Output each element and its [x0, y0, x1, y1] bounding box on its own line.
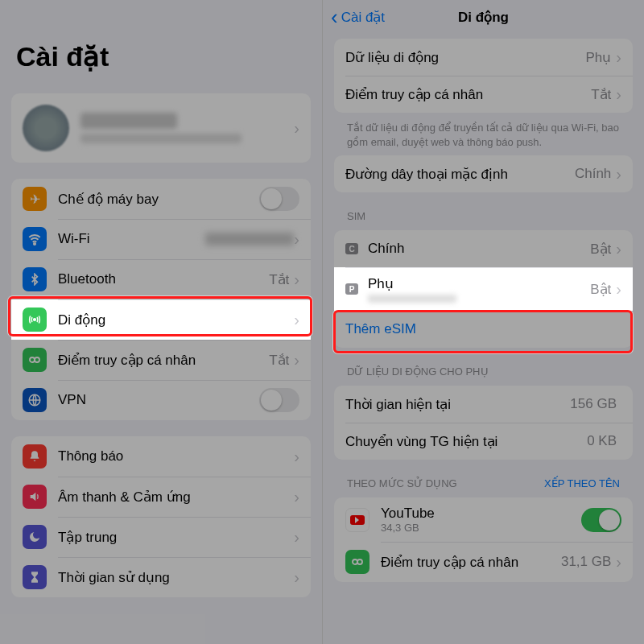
apps-group: YouTube34,3 GB Điểm truy cập cá nhân 31,…	[334, 497, 633, 582]
usage-group: Thời gian hiện tại 156 GB Chuyển vùng TG…	[334, 386, 633, 460]
chevron-right-icon: ›	[294, 568, 299, 587]
wifi-icon	[23, 227, 47, 251]
wifi-row[interactable]: Wi-Fi ›	[11, 219, 311, 259]
hotspot2-row[interactable]: Điểm truy cập cá nhân Tắt ›	[334, 76, 633, 113]
moon-icon	[23, 525, 47, 549]
profile-name-blur	[80, 113, 177, 129]
usage-header: DỮ LIỆU DI ĐỘNG CHO PHỤ	[323, 351, 644, 382]
notif-row[interactable]: Thông báo ›	[11, 436, 311, 477]
current-value: 156 GB	[570, 396, 617, 412]
page-title: Cài đặt	[0, 0, 322, 85]
focus-label: Tập trung	[58, 529, 294, 546]
sound-label: Âm thanh & Cảm ứng	[58, 489, 294, 506]
chevron-right-icon: ›	[616, 553, 621, 572]
svg-point-6	[357, 559, 362, 564]
vpn-row[interactable]: VPN	[11, 380, 311, 420]
chevron-right-icon: ›	[616, 165, 621, 184]
speaker-icon	[23, 485, 47, 509]
profile-sub-blur	[80, 134, 242, 143]
hotspot-row[interactable]: Điểm truy cập cá nhân Tắt ›	[11, 340, 311, 380]
focus-row[interactable]: Tập trung ›	[11, 517, 311, 557]
chevron-right-icon: ›	[294, 351, 299, 369]
hotspot-label: Điểm truy cập cá nhân	[58, 352, 269, 369]
chevron-left-icon: ‹	[331, 5, 338, 30]
screentime-label: Thời gian sử dụng	[58, 569, 294, 586]
sort-by-name[interactable]: XẾP THEO TÊN	[544, 477, 620, 489]
hotspot2-label: Điểm truy cập cá nhân	[345, 86, 591, 103]
airplane-label: Chế độ máy bay	[58, 191, 259, 208]
wifi-label: Wi-Fi	[58, 231, 205, 247]
hotspot-icon	[23, 348, 47, 372]
chevron-right-icon: ›	[294, 230, 299, 249]
youtube-sub: 34,3 GB	[381, 522, 581, 534]
highlight-cellular	[8, 296, 312, 336]
chevron-right-icon: ›	[294, 488, 299, 506]
hotspot-app-icon	[345, 550, 369, 574]
vpn-toggle[interactable]	[259, 388, 299, 412]
sim-secondary-sub-blur	[368, 295, 456, 303]
voice-value: Chính	[575, 166, 611, 182]
sim-primary-row[interactable]: C Chính Bật ›	[334, 230, 633, 267]
general-group: Thông báo › Âm thanh & Cảm ứng › Tập tru…	[11, 436, 311, 597]
youtube-row[interactable]: YouTube34,3 GB	[334, 497, 633, 542]
bluetooth-icon	[23, 267, 47, 291]
sim-secondary-value: Bật	[590, 281, 611, 298]
roam-value: 0 KB	[587, 433, 617, 449]
sim-primary-label: Chính	[368, 241, 590, 257]
cellular-data-group: Dữ liệu di động Phụ › Điểm truy cập cá n…	[334, 39, 633, 113]
roam-row[interactable]: Chuyển vùng TG hiện tại 0 KB	[334, 423, 633, 460]
hotspot2-value: Tắt	[591, 86, 611, 103]
svg-point-0	[34, 243, 35, 245]
profile-group: ›	[11, 93, 311, 163]
chevron-right-icon: ›	[616, 48, 621, 67]
voice-group: Đường dây thoại mặc định Chính ›	[334, 155, 633, 192]
navbar: ‹Cài đặt Di động	[323, 0, 644, 35]
voice-row[interactable]: Đường dây thoại mặc định Chính ›	[334, 155, 633, 192]
hourglass-icon	[23, 565, 47, 589]
youtube-toggle[interactable]	[581, 508, 621, 532]
by-usage: THEO MỨC SỬ DỤNG	[347, 477, 457, 489]
back-label: Cài đặt	[341, 9, 385, 26]
sim-badge-primary: C	[345, 243, 358, 254]
svg-point-3	[35, 357, 39, 362]
youtube-label: YouTube	[381, 506, 581, 522]
chevron-right-icon: ›	[616, 85, 621, 104]
vpn-label: VPN	[58, 392, 259, 408]
cellular-data-row[interactable]: Dữ liệu di động Phụ ›	[334, 39, 633, 76]
airplane-row[interactable]: ✈ Chế độ máy bay	[11, 179, 311, 219]
bluetooth-value: Tắt	[269, 271, 289, 288]
vpn-icon	[23, 388, 47, 412]
bluetooth-label: Bluetooth	[58, 271, 269, 287]
chevron-right-icon: ›	[616, 280, 621, 299]
bell-icon	[23, 444, 47, 469]
chevron-right-icon: ›	[294, 448, 299, 466]
hotspot-usage-label: Điểm truy cập cá nhân	[381, 554, 561, 571]
nav-title: Di động	[458, 9, 509, 26]
voice-label: Đường dây thoại mặc định	[345, 166, 575, 183]
bluetooth-row[interactable]: Bluetooth Tắt ›	[11, 259, 311, 299]
sim-header: SIM	[323, 196, 644, 227]
current-row[interactable]: Thời gian hiện tại 156 GB	[334, 386, 633, 423]
cellular-data-value: Phụ	[586, 49, 612, 66]
hotspot-usage-row[interactable]: Điểm truy cập cá nhân 31,1 GB ›	[334, 542, 633, 582]
screentime-row[interactable]: Thời gian sử dụng ›	[11, 557, 311, 597]
hotspot-value: Tắt	[269, 352, 289, 369]
youtube-icon	[345, 508, 369, 532]
sim-secondary-row[interactable]: P Phụ Bật ›	[334, 267, 633, 311]
chevron-right-icon: ›	[294, 528, 299, 547]
wifi-value-blur	[205, 233, 294, 246]
current-label: Thời gian hiện tại	[345, 396, 570, 413]
chevron-right-icon: ›	[294, 270, 299, 289]
profile-row[interactable]: ›	[11, 93, 311, 163]
sim-primary-value: Bật	[590, 241, 611, 258]
chevron-right-icon: ›	[294, 119, 299, 138]
notif-label: Thông báo	[58, 448, 294, 464]
avatar	[23, 105, 69, 151]
back-button[interactable]: ‹Cài đặt	[331, 5, 385, 30]
cellular-data-label: Dữ liệu di động	[345, 49, 586, 66]
sim-badge-secondary: P	[345, 283, 358, 295]
airplane-toggle[interactable]	[259, 187, 299, 211]
highlight-sim-secondary	[333, 310, 633, 353]
sound-row[interactable]: Âm thanh & Cảm ứng ›	[11, 477, 311, 517]
sort-header: THEO MỨC SỬ DỤNG XẾP THEO TÊN	[323, 463, 644, 494]
